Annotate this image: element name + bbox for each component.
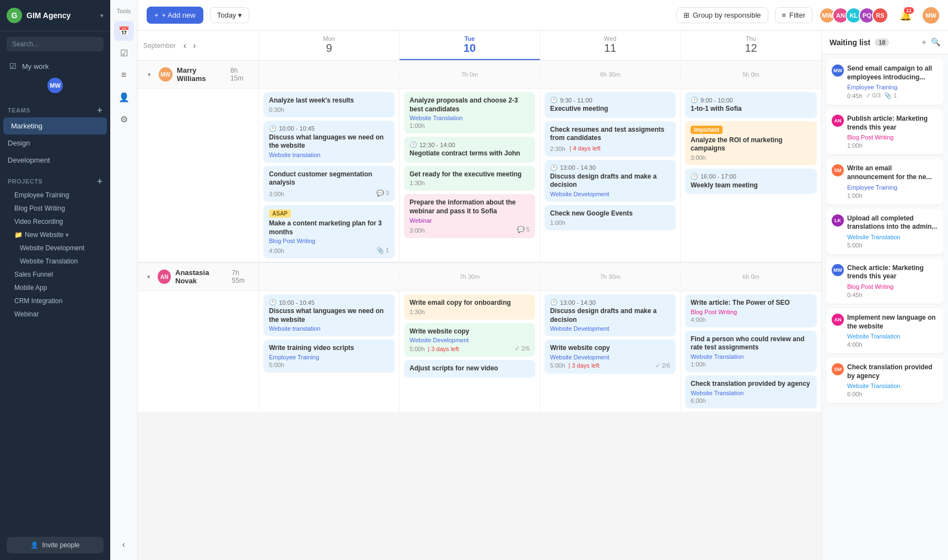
task-card[interactable]: 🕐 9:30 - 11:00 Executive meeting (545, 92, 676, 118)
task-card[interactable]: 🕐 13:00 - 14:30 Discuss design drafts an… (545, 294, 676, 336)
waiting-item-6[interactable]: AN Implement new language on the website… (826, 308, 944, 353)
waiting-list-count: 18 (875, 39, 889, 46)
sidebar-item-website-development[interactable]: Website Development (0, 241, 110, 255)
task-card[interactable]: Get ready for the executive meeting 1:30… (404, 166, 535, 191)
waiting-card-title: Send email campaign to all employees int… (847, 64, 938, 82)
sidebar-item-sales-funnel[interactable]: Sales Funnel (0, 268, 110, 281)
task-card[interactable]: Conduct customer segmentation analysis 3… (263, 166, 395, 202)
calendar-icon-btn[interactable]: 📅 (114, 21, 134, 41)
marry-toggle-btn[interactable]: ▾ (144, 69, 154, 79)
task-title: Analyze proposals and choose 2-3 best ca… (410, 96, 530, 114)
task-card[interactable]: Check resumes and test assigments from c… (545, 121, 676, 157)
task-card[interactable]: ASAP Make a content marketing plan for 3… (263, 205, 395, 259)
sidebar-item-development[interactable]: Development (0, 152, 110, 169)
task-card[interactable]: 🕐 10:00 - 10:45 Discuss what languages w… (263, 294, 395, 336)
company-chevron-icon[interactable]: ▾ (100, 12, 104, 19)
task-card[interactable]: 🕐 10:00 - 10:45 Discuss what languages w… (263, 121, 395, 163)
task-card[interactable]: Write website copy Website Development 5… (545, 340, 676, 374)
wc-body: Check article: Marketing trends this yea… (847, 264, 938, 298)
task-card[interactable]: Find a person who could review and rate … (685, 331, 817, 372)
avatar-5[interactable]: RS (872, 7, 888, 24)
task-card[interactable]: Prepare the information about the webina… (404, 194, 535, 238)
next-week-button[interactable]: › (190, 40, 199, 52)
task-card[interactable]: Write email copy for onboarding 1:30h (404, 294, 535, 320)
waiting-item-3[interactable]: SM Write an email announcement for the n… (826, 159, 944, 204)
task-card[interactable]: 🕐 13:00 - 14:30 Discuss design drafts an… (545, 160, 676, 202)
task-card[interactable]: 🕐 9:00 - 10:00 1-to-1 with Sofia (685, 92, 817, 118)
task-card[interactable]: 🕐 16:00 - 17:00 Weekly team meeting (685, 169, 817, 195)
waiting-item-4[interactable]: LK Upload all completed translations int… (826, 209, 944, 254)
settings-icon-btn[interactable]: ⚙ (114, 109, 134, 129)
waiting-card-project: Website Translation (847, 234, 938, 240)
day-num-tue: 10 (402, 42, 537, 55)
attach-icon: 📎 1 (376, 247, 389, 254)
task-card[interactable]: Analyze proposals and choose 2-3 best ca… (404, 92, 535, 133)
waiting-item-1[interactable]: MW Send email campaign to all employees … (826, 59, 944, 105)
invite-icon: 👤 (30, 541, 39, 549)
waiting-search-button[interactable]: 🔍 (931, 37, 940, 47)
marry-wed-hours: 6h 30m (540, 66, 681, 83)
notification-btn[interactable]: 🔔 11 (899, 9, 912, 21)
add-new-button[interactable]: + + Add new (147, 7, 203, 24)
group-by-button[interactable]: ⊞ Group by responsible (676, 7, 768, 23)
day-num-thu: 12 (683, 42, 819, 55)
task-title: Check resumes and test assigments from c… (550, 126, 670, 143)
today-button[interactable]: Today ▾ (210, 7, 250, 23)
waiting-item-7[interactable]: SM Check translation provided by agency … (826, 358, 944, 403)
sidebar-item-mobile-app[interactable]: Mobile App (0, 281, 110, 294)
group-icon: ⊞ (683, 11, 690, 19)
person-icon-btn[interactable]: 👤 (114, 87, 134, 107)
sidebar-item-marketing[interactable]: Marketing (3, 117, 107, 134)
check-status: ✓ 0/3 (866, 92, 881, 99)
filter-button[interactable]: ≡ Filter (775, 7, 812, 23)
task-card[interactable]: Check new Google Events 1:00h (545, 205, 676, 230)
add-project-button[interactable]: + (97, 176, 103, 186)
sidebar-item-webinar[interactable]: Webinar (0, 308, 110, 321)
user-menu-btn[interactable]: MW (923, 7, 939, 24)
sidebar-item-new-website[interactable]: 📁 New Website ▾ (0, 228, 110, 241)
task-card[interactable]: Important Analyze the ROI of marketing c… (685, 121, 817, 165)
add-team-button[interactable]: + (97, 105, 103, 115)
task-duration: 5:00h (410, 346, 425, 352)
task-card[interactable]: Write website copy Website Development 5… (404, 323, 535, 357)
anastasia-toggle-btn[interactable]: ▾ (144, 272, 153, 282)
sidebar-item-design[interactable]: Design (0, 134, 110, 152)
task-card[interactable]: Adjust scripts for new video (404, 360, 535, 378)
task-footer: 5:00h | 3 days left ✓ 2/6 (410, 345, 530, 352)
days-left: | 3 days left (569, 362, 600, 369)
collapse-sidebar-btn[interactable]: ‹ (114, 535, 134, 554)
sidebar-header[interactable]: G GIM Agency ▾ (0, 0, 110, 31)
task-card[interactable]: Check translation provided by agency Web… (685, 375, 817, 408)
waiting-item-2[interactable]: AN Publish article: Marketing trends thi… (826, 109, 944, 154)
waiting-item-5[interactable]: MW Check article: Marketing trends this … (826, 259, 944, 304)
days-left: | 4 days left (570, 145, 601, 152)
task-card[interactable]: Write training video scripts Employee Tr… (263, 340, 395, 373)
task-project: Website Development (550, 354, 670, 360)
checklist-icon-btn[interactable]: ☑ (114, 43, 134, 63)
marry-thu-tasks: 🕐 9:00 - 10:00 1-to-1 with Sofia Importa… (681, 89, 821, 262)
sidebar-item-employee-training[interactable]: Employee Training (0, 189, 110, 202)
sidebar-item-video-recording[interactable]: Video Recording (0, 215, 110, 228)
invite-people-button[interactable]: 👤 Invite people (7, 537, 104, 553)
task-project: Website translation (269, 325, 389, 332)
sidebar-item-mywork[interactable]: ☑ My work (0, 57, 110, 76)
sidebar-item-website-translation[interactable]: Website Translation (0, 255, 110, 268)
task-duration: 2:30h (550, 146, 565, 152)
task-time: 🕐 9:30 - 11:00 (550, 96, 670, 104)
search-input[interactable] (7, 37, 104, 51)
sidebar-item-crm-integration[interactable]: CRM Integration (0, 294, 110, 308)
calendar-main: September ‹ › Mon 9 Tue 10 Wed 11 (138, 31, 821, 560)
task-card[interactable]: 🕐 12:30 - 14:00 Negotiate contract terms… (404, 137, 535, 163)
prev-week-button[interactable]: ‹ (180, 40, 190, 52)
list-icon-btn[interactable]: ≡ (114, 65, 134, 85)
day-name-tue: Tue (402, 35, 537, 42)
waiting-add-button[interactable]: + (922, 37, 927, 47)
task-card[interactable]: Analyze last week's results 0:30h (263, 92, 395, 117)
task-title: Get ready for the executive meeting (410, 170, 530, 179)
sidebar-item-blog-post-writing[interactable]: Blog Post Writing (0, 202, 110, 215)
task-card[interactable]: Write article: The Power of SEO Blog Pos… (685, 294, 817, 327)
task-duration: 1:00h (691, 361, 811, 368)
waiting-list-header: Waiting list 18 + 🔍 (822, 31, 948, 55)
task-title: Discuss design drafts and make a decisio… (550, 173, 670, 190)
task-time: 🕐 12:30 - 14:00 (410, 141, 530, 148)
